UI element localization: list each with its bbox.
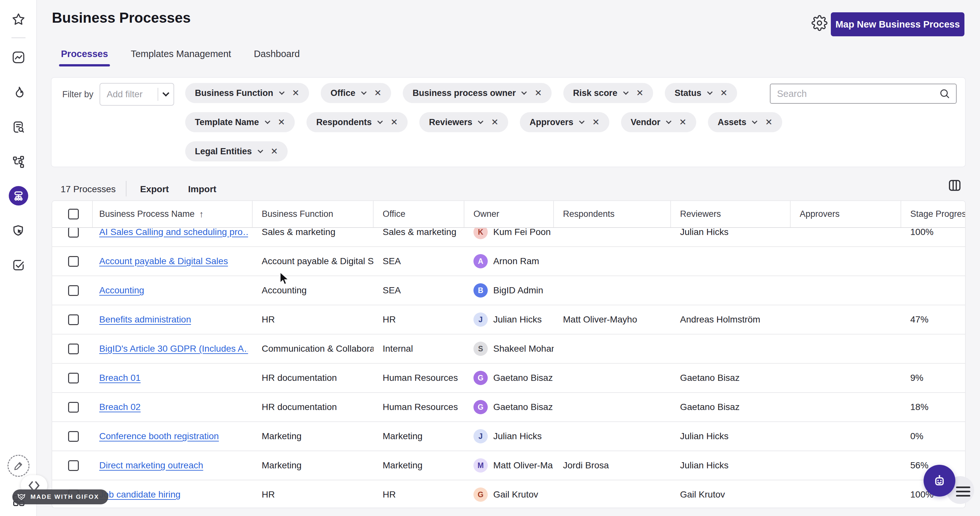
process-name-link[interactable]: Accounting bbox=[99, 285, 144, 295]
process-name-link[interactable]: Breach 02 bbox=[99, 402, 141, 412]
data-map-icon[interactable] bbox=[11, 154, 26, 169]
reviewers-cell: Gail Krutov bbox=[671, 480, 791, 508]
filter-chip-risk-score[interactable]: Risk score ✕ bbox=[563, 83, 653, 103]
process-name-link[interactable]: Account payable & Digital Sales bbox=[99, 256, 228, 267]
column-header-stage-progress[interactable]: Stage Progress bbox=[901, 201, 965, 227]
table-row[interactable]: BigID's Article 30 GDPR (Includes A… Com… bbox=[52, 335, 965, 364]
remove-filter-icon[interactable]: ✕ bbox=[374, 88, 382, 98]
assistant-fab[interactable] bbox=[924, 465, 955, 497]
filter-chip-status[interactable]: Status ✕ bbox=[665, 83, 737, 103]
sidebar-item-business-processes-active[interactable] bbox=[9, 186, 28, 205]
column-header-business-function[interactable]: Business Function bbox=[253, 201, 374, 227]
chevron-down-icon[interactable] bbox=[579, 119, 585, 124]
process-name-link[interactable]: BigID's Article 30 GDPR (Includes A… bbox=[99, 344, 248, 354]
row-checkbox[interactable] bbox=[68, 344, 79, 354]
process-name-link[interactable]: Benefits administration bbox=[99, 314, 191, 325]
remove-filter-icon[interactable]: ✕ bbox=[390, 117, 398, 127]
add-filter-dropdown[interactable]: Add filter bbox=[100, 83, 174, 106]
process-name-link[interactable]: Breach 01 bbox=[99, 373, 141, 383]
chevron-down-icon[interactable] bbox=[522, 89, 527, 95]
import-button[interactable]: Import bbox=[188, 184, 216, 194]
row-checkbox[interactable] bbox=[68, 402, 79, 413]
filter-chip-business-process-owner[interactable]: Business process owner ✕ bbox=[403, 83, 552, 103]
row-checkbox[interactable] bbox=[68, 460, 79, 471]
annotate-button[interactable] bbox=[8, 455, 30, 477]
table-row[interactable]: Job candidate hiring HR HR G Gail Krutov… bbox=[52, 480, 965, 508]
remove-filter-icon[interactable]: ✕ bbox=[491, 117, 498, 127]
search-input[interactable] bbox=[770, 89, 939, 99]
chevron-down-icon[interactable] bbox=[623, 89, 628, 95]
remove-filter-icon[interactable]: ✕ bbox=[765, 117, 772, 127]
filter-chip-assets[interactable]: Assets ✕ bbox=[708, 112, 782, 132]
column-settings-icon[interactable] bbox=[947, 178, 963, 193]
table-row[interactable]: Accounting Accounting SEA B BigID Admin bbox=[52, 276, 965, 305]
chevron-down-icon[interactable] bbox=[279, 89, 285, 95]
chevron-down-icon[interactable] bbox=[666, 119, 671, 124]
select-all-checkbox[interactable] bbox=[68, 209, 79, 219]
remove-filter-icon[interactable]: ✕ bbox=[592, 117, 600, 127]
filter-chip-reviewers[interactable]: Reviewers ✕ bbox=[419, 112, 508, 132]
chevron-down-icon[interactable] bbox=[478, 119, 484, 124]
chevron-down-icon[interactable] bbox=[265, 119, 270, 124]
column-header-reviewers[interactable]: Reviewers bbox=[671, 201, 791, 227]
filter-chip-office[interactable]: Office ✕ bbox=[321, 83, 391, 103]
process-name-link[interactable]: Job candidate hiring bbox=[99, 489, 181, 500]
row-checkbox[interactable] bbox=[68, 431, 79, 442]
filter-chip-legal-entities[interactable]: Legal Entities ✕ bbox=[185, 141, 288, 161]
process-name-link[interactable]: Direct marketing outreach bbox=[99, 460, 203, 471]
business-function-cell: HR bbox=[253, 305, 374, 334]
filter-chip-business-function[interactable]: Business Function ✕ bbox=[185, 83, 309, 103]
column-header-respondents[interactable]: Respondents bbox=[554, 201, 671, 227]
export-button[interactable]: Export bbox=[140, 184, 169, 194]
remove-filter-icon[interactable]: ✕ bbox=[636, 88, 644, 98]
star-icon[interactable] bbox=[11, 12, 26, 27]
remove-filter-icon[interactable]: ✕ bbox=[720, 88, 728, 98]
remove-filter-icon[interactable]: ✕ bbox=[278, 117, 285, 127]
chevron-down-icon[interactable] bbox=[377, 119, 383, 124]
column-header-business-process-name[interactable]: Business Process Name↑ bbox=[93, 201, 253, 227]
owner-name: Gaetano Bisaz bbox=[493, 402, 553, 412]
table-row[interactable]: Conference booth registration Marketing … bbox=[52, 422, 965, 451]
remove-filter-icon[interactable]: ✕ bbox=[271, 146, 278, 157]
table-row[interactable]: AI Sales Calling and scheduling pro… Sal… bbox=[52, 228, 965, 247]
avatar: S bbox=[474, 341, 488, 356]
chevron-down-icon[interactable] bbox=[752, 119, 757, 124]
row-checkbox[interactable] bbox=[68, 228, 79, 238]
column-header-approvers[interactable]: Approvers bbox=[791, 201, 901, 227]
process-name-link[interactable]: AI Sales Calling and scheduling pro… bbox=[99, 228, 248, 237]
chevron-down-icon[interactable] bbox=[361, 89, 366, 95]
table-row[interactable]: Benefits administration HR HR J Julian H… bbox=[52, 305, 965, 335]
row-checkbox[interactable] bbox=[68, 285, 79, 296]
table-row[interactable]: Direct marketing outreach Marketing Mark… bbox=[52, 451, 965, 480]
column-header-owner[interactable]: Owner bbox=[465, 201, 554, 227]
gear-icon[interactable] bbox=[811, 15, 827, 31]
tab-processes[interactable]: Processes bbox=[60, 45, 109, 67]
search-icon[interactable] bbox=[939, 87, 951, 100]
table-row[interactable]: Account payable & Digital Sales Account … bbox=[52, 247, 965, 276]
filter-chip-template-name[interactable]: Template Name ✕ bbox=[185, 112, 295, 132]
tab-dashboard[interactable]: Dashboard bbox=[253, 45, 301, 67]
image-chart-icon[interactable] bbox=[11, 50, 26, 65]
row-checkbox[interactable] bbox=[68, 256, 79, 267]
flame-icon[interactable] bbox=[11, 85, 26, 100]
filter-chip-respondents[interactable]: Respondents ✕ bbox=[307, 112, 407, 132]
document-search-icon[interactable] bbox=[11, 120, 26, 135]
tab-templates-management[interactable]: Templates Management bbox=[130, 45, 232, 67]
filter-chip-approvers[interactable]: Approvers ✕ bbox=[520, 112, 609, 132]
table-row[interactable]: Breach 02 HR documentation Human Resourc… bbox=[52, 393, 965, 422]
map-new-business-process-button[interactable]: Map New Business Process bbox=[831, 12, 964, 36]
task-check-icon[interactable] bbox=[11, 258, 26, 273]
filter-chip-vendor[interactable]: Vendor ✕ bbox=[621, 112, 696, 132]
row-checkbox[interactable] bbox=[68, 314, 79, 325]
table-row[interactable]: Breach 01 HR documentation Human Resourc… bbox=[52, 364, 965, 393]
row-checkbox[interactable] bbox=[68, 373, 79, 383]
column-header-office[interactable]: Office bbox=[374, 201, 465, 227]
chevron-down-icon[interactable] bbox=[258, 148, 263, 153]
shield-cursor-icon[interactable] bbox=[11, 223, 26, 238]
hamburger-menu-icon[interactable] bbox=[956, 486, 970, 497]
remove-filter-icon[interactable]: ✕ bbox=[292, 88, 300, 98]
process-name-link[interactable]: Conference booth registration bbox=[99, 431, 219, 441]
remove-filter-icon[interactable]: ✕ bbox=[535, 88, 542, 98]
chevron-down-icon[interactable] bbox=[707, 89, 713, 95]
remove-filter-icon[interactable]: ✕ bbox=[679, 117, 687, 127]
